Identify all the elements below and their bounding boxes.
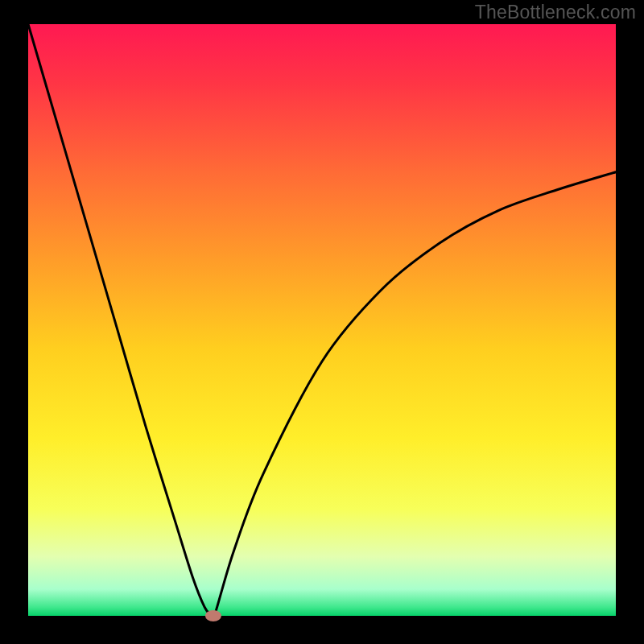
chart-frame: TheBottleneck.com xyxy=(0,0,644,644)
min-marker xyxy=(205,610,221,621)
bottleneck-chart xyxy=(0,0,644,644)
plot-background xyxy=(28,24,616,616)
watermark-text: TheBottleneck.com xyxy=(475,2,636,23)
